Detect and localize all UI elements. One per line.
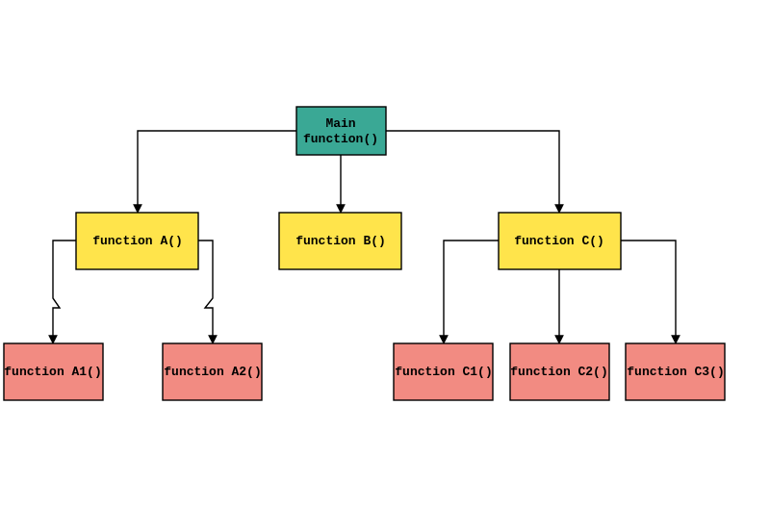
edge-c-to-c3 [620, 241, 676, 343]
node-function-c2: function C2() [510, 343, 609, 400]
node-function-a2-label: function A2() [164, 365, 261, 379]
node-function-c1-label: function C1() [395, 365, 492, 379]
node-function-c3-label: function C3() [627, 365, 724, 379]
node-main-function: Main function() [296, 107, 386, 155]
node-main-line2: function() [303, 132, 378, 146]
node-function-a1: function A1() [4, 343, 103, 400]
node-function-c-label: function C() [514, 234, 604, 248]
node-function-a1-label: function A1() [4, 365, 101, 379]
node-function-c1: function C1() [394, 343, 493, 400]
edge-main-to-c [386, 131, 559, 213]
node-function-c: function C() [499, 213, 621, 269]
node-function-a: function A() [76, 213, 198, 269]
node-function-c3: function C3() [626, 343, 725, 400]
node-main-line1: Main [325, 116, 355, 131]
node-function-a-label: function A() [92, 234, 183, 248]
node-function-b-label: function B() [295, 234, 386, 248]
edge-c-to-c1 [444, 241, 499, 343]
edge-a-to-a2 [198, 241, 213, 343]
node-function-a2: function A2() [163, 343, 262, 400]
node-function-c2-label: function C2() [510, 365, 607, 379]
edge-main-to-a [138, 131, 296, 213]
structure-chart: Main function() function A() function B(… [0, 0, 770, 532]
edge-a-to-a1 [53, 241, 76, 343]
node-function-b: function B() [279, 213, 401, 269]
